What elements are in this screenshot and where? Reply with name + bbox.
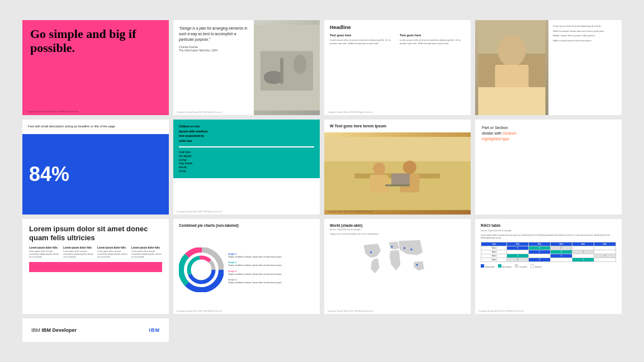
ibm-footer-row: IBM IBM Developer IBM: [31, 327, 160, 333]
callout-text: Callout or Listlayout with mediumtext se…: [179, 124, 314, 143]
slide-headline-cols[interactable]: Headline Text goes here Lorem ipsum dolo…: [324, 20, 471, 115]
cell-empty: [529, 254, 551, 258]
table-row: Task 3 A R C: [481, 254, 616, 258]
raci-legend-a: Accountable: [498, 264, 512, 268]
slide-teal-callout[interactable]: Callout or Listlayout with mediumtext se…: [173, 120, 320, 215]
person-photo: [475, 20, 548, 115]
task-3: Task 3: [481, 254, 507, 258]
svg-rect-19: [391, 174, 410, 186]
pink-bar: [29, 262, 162, 272]
raci-legend-i: Informed: [531, 264, 542, 268]
map-area: [330, 237, 465, 309]
svg-point-15: [373, 163, 385, 175]
raci-legend-c: Consulted: [515, 264, 527, 268]
office-photo: [324, 132, 471, 215]
cell-r: R: [507, 246, 529, 250]
legend-text-4: Tempor incididunt ut labore. Ipsum dolor…: [228, 282, 314, 284]
stat-text-4: Nulla nonuqui ipsum enim lorem ipsum: [553, 39, 617, 42]
cell-a: A: [551, 250, 572, 254]
col-text-2: Lorem ipsum dolor sit amet consectetur a…: [63, 250, 94, 259]
lorem-col-3: Lorem ipsum dolor felis Lorem ipsum dolo…: [97, 246, 128, 259]
raci-table-element: Task Role Role Role Role Role Task 1 R A…: [481, 242, 616, 262]
raci-header-r3: Role: [551, 242, 572, 246]
col-title-3: Lorem ipsum dolor felis: [97, 246, 128, 249]
callout-text-2: Color barsare alignedso thatcopy breaksd…: [179, 151, 314, 174]
slide-world-map[interactable]: World (shade-able) Source: Topmodule due…: [324, 219, 471, 314]
slide-footer: Copyright Sample Brand 2023 • All Rights…: [27, 110, 78, 113]
legend-item-4: Graph 4 Tempor incididunt ut labore. Ips…: [228, 278, 314, 284]
cell-empty: [551, 258, 572, 261]
ibm-logo: IBM: [149, 327, 160, 333]
cell-empty: [507, 250, 529, 254]
col1-text: Lorem ipsum dolor sit amet consectetur a…: [330, 39, 395, 45]
table-row: Task 4 C R A: [481, 258, 616, 261]
lorem-col-4: Lorem ipsum dolor felis Lorem ipsum dolo…: [131, 246, 162, 259]
col1-title: Text goes here: [330, 34, 395, 37]
svg-point-17: [403, 161, 416, 174]
col-1: Text goes here Lorem ipsum dolor sit ame…: [330, 34, 395, 111]
quote-section: "Design is a plan for arranging elements…: [173, 20, 254, 115]
slide-section-divider[interactable]: Part or Section divider with mediumhighl…: [475, 120, 622, 215]
raci-header-r5: Role: [594, 242, 615, 246]
col2-text: Lorem ipsum dolor sit amet consectetur a…: [400, 39, 465, 45]
svg-rect-1: [261, 51, 313, 91]
cell-empty: [572, 246, 594, 250]
slide-footer: Copyright Sample Brand 2023 • All Rights…: [479, 310, 524, 312]
lorem-big-text: Lorem ipsum dolor sit amet donec quam fe…: [29, 225, 162, 242]
white-section: [173, 178, 320, 215]
slide-ibm-developer[interactable]: IBM IBM Developer IBM: [22, 318, 169, 342]
legend-item-2: Graph 2 Tempor incididunt ut labore. Ips…: [228, 261, 314, 267]
task-2: Task 2: [481, 250, 507, 254]
svg-point-29: [194, 263, 209, 277]
cell-empty: [594, 246, 615, 250]
map-description: Linkjoy due to send and shade one or mor…: [330, 233, 465, 235]
raci-header-r2: Role: [529, 242, 551, 246]
fact-title: Fact with small description acting as he…: [28, 124, 163, 128]
cols-area: Text goes here Lorem ipsum dolor sit ame…: [330, 34, 465, 111]
col-title-1: Lorem ipsum dolor felis: [29, 246, 60, 249]
slide-footer: Copyright Sample Brand 2023 • All Rights…: [177, 111, 222, 113]
color-divider: [179, 146, 314, 147]
slide-footer: Copyright Sample Brand 2023 • All Rights…: [328, 211, 373, 213]
slide-footer: Copyright Sample Brand 2023 • All Rights…: [177, 211, 222, 213]
slide-footer: Copyright Sample Brand 2023 • All Rights…: [328, 111, 373, 113]
quote-text: "Design is a plan for arranging elements…: [179, 26, 248, 42]
slide-title: W Text goes here lorem ipsum: [330, 124, 465, 128]
slide-pink-hero[interactable]: Go simple and big if possible. Copyright…: [22, 20, 169, 115]
svg-point-31: [391, 246, 393, 247]
svg-rect-16: [370, 175, 389, 193]
svg-point-33: [411, 249, 413, 250]
cell-empty: [594, 258, 615, 261]
slide-text-photo[interactable]: W Text goes here lorem ipsum: [324, 120, 471, 215]
photo-section: [254, 20, 320, 115]
slide-headline: Headline: [330, 25, 465, 30]
slide-lorem-big[interactable]: Lorem ipsum dolor sit amet donec quam fe…: [22, 219, 169, 314]
lorem-cols: Lorem ipsum dolor felis Lorem ipsum dolo…: [29, 246, 162, 259]
slide-raci-table[interactable]: RACI table Source: Topmodule due to exam…: [475, 219, 622, 314]
chart-title: Combined pie charts (non-labeled): [179, 223, 314, 227]
map-title: World (shade-able): [330, 223, 465, 227]
cell-r: R: [551, 254, 572, 258]
cell-c: C: [594, 254, 615, 258]
slide-pie-chart[interactable]: Combined pie charts (non-labeled): [173, 219, 320, 314]
slide-quote-photo[interactable]: "Design is a plan for arranging elements…: [173, 20, 320, 115]
developer-bold: IBM Developer: [42, 327, 77, 333]
col-2: Text goes here Lorem ipsum dolor sit ame…: [400, 34, 465, 111]
photo-bg: [254, 20, 320, 115]
cell-c: C: [572, 250, 594, 254]
slide-fact-percent[interactable]: Fact with small description acting as he…: [22, 120, 169, 215]
slide-footer: Copyright Sample Brand 2023 • All Rights…: [328, 310, 373, 312]
stat-text-1: Lorem ipsum dolor sit amet adipiscing el…: [553, 25, 617, 28]
slide-text-area: W Text goes here lorem ipsum: [324, 120, 471, 132]
cell-c: C: [507, 258, 529, 261]
donut-chart: [179, 247, 224, 292]
fact-top: Fact with small description acting as he…: [22, 120, 169, 134]
cell-r: R: [529, 250, 551, 254]
raci-header-task: Task: [481, 242, 507, 246]
lorem-col-1: Lorem ipsum dolor felis Lorem ipsum dolo…: [29, 246, 60, 259]
stat-text-2: Nulla consequat massa quis enim donec pe…: [553, 30, 617, 33]
slide-photo-stats[interactable]: Lorem ipsum dolor sit amet adipiscing el…: [475, 20, 622, 115]
svg-point-32: [404, 247, 405, 249]
table-row: Task 2 R A C: [481, 250, 616, 254]
raci-desc: Lorem ipsum dolor sit amet times per yea…: [481, 234, 616, 240]
